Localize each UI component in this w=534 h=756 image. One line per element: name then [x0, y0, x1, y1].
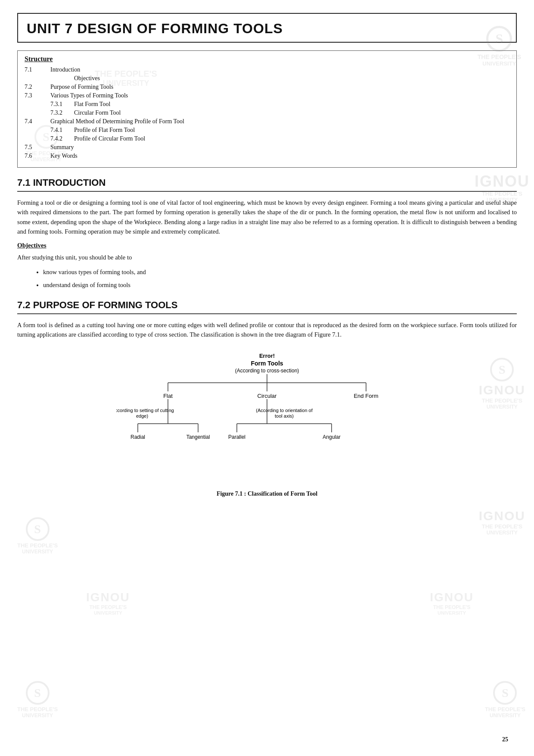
toc-item-742: 7.4.2 Profile of Circular Form Tool [50, 135, 509, 142]
watermark-footer-right: S THE PEOPLE'S UNIVERSITY [485, 681, 525, 719]
structure-box: Structure 7.1 Introduction Objectives 7.… [17, 50, 517, 168]
structure-label: Structure [25, 55, 509, 63]
diagram-tangential-label: Tangential [186, 434, 210, 440]
toc-item-objectives: Objectives [50, 75, 509, 82]
watermark-diagram-center-right: IGNOU THE PEOPLE'S UNIVERSITY [430, 590, 474, 615]
toc-item-76: 7.6 Key Words [25, 153, 509, 159]
diagram-radial-label: Radial [130, 434, 145, 440]
page: UNIT 7 DESIGN OF FORMING TOOLS Structure… [0, 0, 534, 756]
diagram-parallel-label: Parallel [228, 434, 245, 440]
bullet-item-1: know various types of forming tools, and [43, 267, 517, 277]
toc-item-731: 7.3.1 Flat Form Tool [50, 101, 509, 108]
toc-item-74: 7.4 Graphical Method of Determining Prof… [25, 118, 509, 125]
toc-item-73: 7.3 Various Types of Forming Tools [25, 92, 509, 99]
diagram-root-sub: (According to cross-section) [235, 368, 299, 374]
section-72-header: 7.2 PURPOSE OF FORMING TOOLS [17, 300, 517, 314]
watermark-diagram-center-left: IGNOU THE PEOPLE'S UNIVERSITY [86, 590, 130, 615]
section-71-header: 7.1 INTRODUCTION [17, 177, 517, 192]
main-content: UNIT 7 DESIGN OF FORMING TOOLS Structure… [17, 0, 517, 497]
unit-header: UNIT 7 DESIGN OF FORMING TOOLS [17, 13, 517, 43]
objectives-intro: After studying this unit, you should be … [17, 253, 517, 262]
diagram-flat-sub1: (According to setting of cutting [116, 408, 174, 413]
diagram-circular-sub2: tool axis) [275, 413, 294, 419]
tree-diagram: Error! Form Tools (According to cross-se… [116, 348, 418, 486]
toc-item-732: 7.3.2 Circular Form Tool [50, 109, 509, 116]
diagram-circular-sub1: (According to orientation of [256, 408, 313, 413]
diagram-error-label: Error! [259, 353, 275, 359]
diagram-caption: Figure 7.1 : Classification of Form Tool [17, 490, 517, 497]
page-number: 25 [502, 736, 508, 743]
objectives-list: know various types of forming tools, and… [43, 267, 517, 290]
diagram-circular-label: Circular [258, 393, 277, 399]
toc-item-72: 7.2 Purpose of Forming Tools [25, 84, 509, 91]
toc-item-71: 7.1 Introduction [25, 66, 509, 73]
diagram-endform-label: End Form [354, 393, 378, 399]
diagram-angular-label: Angular [323, 434, 340, 440]
objectives-label: Objectives [17, 242, 517, 249]
section-71-body: Forming a tool or die or designing a for… [17, 198, 517, 237]
diagram-flat-label: Flat [163, 393, 173, 399]
watermark-bottom-right: IGNOU THE PEOPLE'S UNIVERSITY [479, 509, 525, 536]
toc-item-741: 7.4.1 Profile of Flat Form Tool [50, 127, 509, 134]
unit-title: UNIT 7 DESIGN OF FORMING TOOLS [27, 21, 507, 37]
diagram-root-label: Form Tools [251, 360, 283, 367]
diagram-container: Error! Form Tools (According to cross-se… [17, 348, 517, 497]
watermark-footer-left: S THE PEOPLE'S UNIVERSITY [17, 681, 58, 719]
toc-item-75: 7.5 Summary [25, 144, 509, 151]
bullet-item-2: understand design of forming tools [43, 280, 517, 290]
diagram-flat-sub2: edge) [136, 413, 148, 419]
watermark-bottom-left: S THE PEOPLE'S UNIVERSITY [17, 517, 58, 555]
section-72-body: A form tool is defined as a cutting tool… [17, 320, 517, 340]
